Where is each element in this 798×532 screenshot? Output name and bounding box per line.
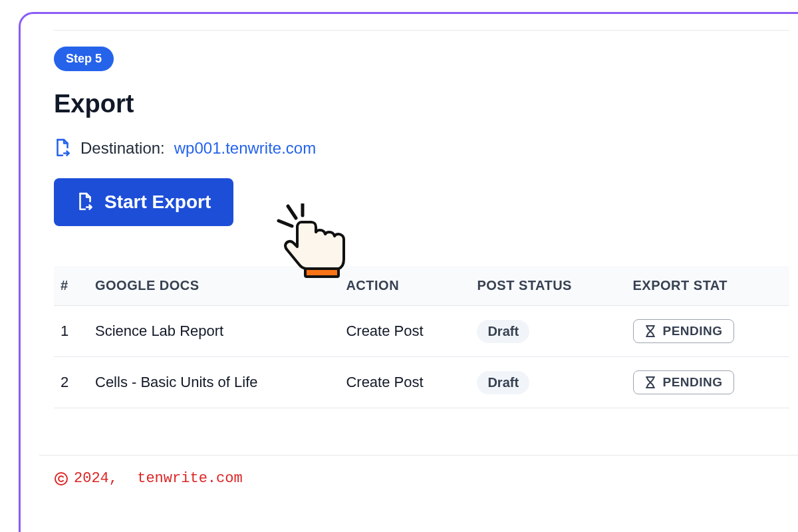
cell-action: Create Post [338,306,469,357]
col-export-status: EXPORT STAT [625,266,790,306]
step-badge: Step 5 [54,47,114,71]
cell-action: Create Post [338,357,469,408]
footer-site: tenwrite.com [137,470,242,487]
footer-year: 2024, [74,470,118,487]
status-badge: Draft [477,320,529,343]
cell-doc: Science Lab Report [87,306,338,357]
file-export-icon [76,192,94,212]
cell-num: 1 [54,306,87,357]
export-status-badge: PENDING [633,319,734,343]
footer: 2024, tenwrite.com [54,470,789,487]
col-num: # [54,266,87,306]
destination-label: Destination: [80,139,165,158]
start-export-button[interactable]: Start Export [54,178,233,226]
svg-line-0 [288,206,296,218]
page-title: Export [54,90,789,118]
svg-line-2 [279,221,292,226]
export-table: # GOOGLE DOCS ACTION POST STATUS EXPORT … [54,266,789,408]
file-export-icon [54,138,71,158]
col-docs: GOOGLE DOCS [87,266,338,306]
export-status-text: PENDING [663,324,723,338]
col-post-status: POST STATUS [469,266,624,306]
divider-top [54,30,789,31]
svg-point-4 [55,473,67,485]
cell-doc: Cells - Basic Units of Life [87,357,338,408]
col-action: ACTION [338,266,469,306]
table-row: 1 Science Lab Report Create Post Draft P… [54,306,789,357]
status-badge: Draft [477,371,529,394]
export-status-badge: PENDING [633,370,734,394]
divider-footer [39,455,798,456]
hourglass-icon [644,376,656,389]
destination-link[interactable]: wp001.tenwrite.com [174,139,316,158]
hourglass-icon [644,325,656,338]
copyright-icon [54,471,68,486]
cell-num: 2 [54,357,87,408]
export-status-text: PENDING [663,375,723,390]
table-row: 2 Cells - Basic Units of Life Create Pos… [54,357,789,408]
start-export-label: Start Export [104,192,211,213]
